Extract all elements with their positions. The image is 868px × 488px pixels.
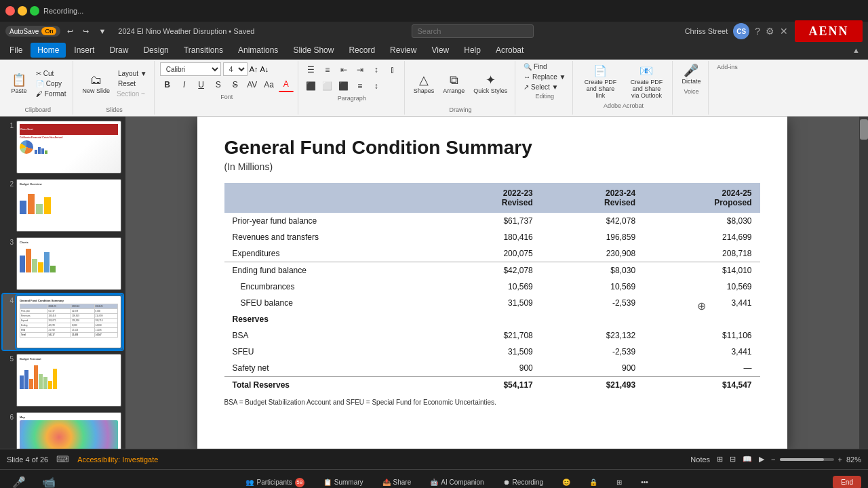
paste-btn[interactable]: 📋 Paste	[7, 72, 31, 96]
font-family-select[interactable]: Calibri	[160, 62, 221, 76]
view-slide-sorter-btn[interactable]: ⊟	[730, 455, 736, 464]
autosave-toggle[interactable]: AutoSave On	[5, 26, 60, 37]
arrange-btn[interactable]: ⧉ Arrange	[439, 72, 468, 96]
create-pdf-link-btn[interactable]: 📄 Create PDF and Share link	[578, 62, 622, 101]
autosave-state[interactable]: On	[41, 27, 56, 35]
row-col3: —	[644, 360, 760, 377]
bold-btn[interactable]: B	[160, 77, 175, 92]
menu-view[interactable]: View	[425, 43, 456, 58]
view-options-btn[interactable]: ⊞	[611, 476, 627, 488]
participants-btn[interactable]: 👥 Participants 58	[240, 476, 309, 489]
search-input[interactable]	[412, 24, 534, 38]
collapse-ribbon[interactable]: ▲	[852, 46, 865, 54]
redo-btn[interactable]: ↪	[80, 26, 92, 37]
zoom-slider[interactable]	[780, 458, 834, 461]
slide-thumb-6[interactable]: 6 Map	[3, 411, 123, 449]
shadow-btn[interactable]: S	[211, 77, 226, 92]
minimize-btn[interactable]	[18, 6, 27, 16]
menu-design[interactable]: Design	[136, 43, 175, 58]
menu-transitions[interactable]: Transitions	[177, 43, 230, 58]
accessibility-status[interactable]: Accessibility: Investigate	[77, 455, 158, 464]
increase-font-btn[interactable]: A↑	[250, 65, 258, 73]
row-col2: 10,569	[541, 279, 644, 295]
menu-record[interactable]: Record	[342, 43, 382, 58]
zoom-bar: − + 82%	[771, 455, 861, 464]
slide-thumb-3[interactable]: 3 Charts	[3, 236, 123, 291]
recording-btn[interactable]: ⏺ Recording	[498, 476, 549, 488]
increase-indent-btn[interactable]: ⇥	[353, 62, 368, 77]
format-painter-btn[interactable]: 🖌 Format	[33, 89, 68, 98]
notes-btn[interactable]: Notes	[690, 455, 710, 464]
share-btn[interactable]: 📤 Share	[377, 476, 417, 488]
font-color-btn[interactable]: A	[279, 77, 294, 92]
settings-icon[interactable]: ⚙	[766, 26, 774, 37]
slideshow-btn[interactable]: ▶	[759, 455, 764, 464]
decrease-indent-btn[interactable]: ⇤	[336, 62, 351, 77]
menu-animations[interactable]: Animations	[231, 43, 285, 58]
find-btn[interactable]: 🔍 Find	[521, 62, 568, 71]
section-btn[interactable]: Section ~	[115, 89, 150, 98]
data-table: 2022-23Revised 2023-24Revised 2024-25Pro…	[224, 183, 760, 393]
replace-btn[interactable]: ↔ Replace ▼	[521, 73, 568, 81]
line-spacing-btn[interactable]: ↕	[369, 79, 384, 94]
quick-styles-btn[interactable]: ✦ Quick Styles	[470, 72, 511, 96]
layout-btn[interactable]: Layout ▼	[115, 69, 150, 78]
reactions-btn[interactable]: 😊	[557, 476, 576, 488]
menu-home[interactable]: Home	[31, 43, 66, 58]
reset-btn[interactable]: Reset	[115, 79, 150, 88]
undo-btn[interactable]: ↩	[64, 26, 76, 37]
align-center-btn[interactable]: ⬜	[320, 79, 335, 94]
menu-file[interactable]: File	[3, 43, 29, 58]
menu-slideshow[interactable]: Slide Show	[286, 43, 340, 58]
security-btn[interactable]: 🔒	[584, 476, 603, 488]
underline-btn[interactable]: U	[194, 77, 209, 92]
justify-btn[interactable]: ≡	[353, 79, 368, 94]
zoom-in-btn[interactable]: +	[838, 455, 842, 464]
change-case-btn[interactable]: Aa	[262, 77, 277, 92]
align-left-btn[interactable]: ⬛	[304, 79, 319, 94]
menu-help[interactable]: Help	[457, 43, 488, 58]
cut-btn[interactable]: ✂ Cut	[33, 69, 68, 78]
new-slide-btn[interactable]: 🗂 New Slide	[79, 72, 113, 96]
slide-thumb-2[interactable]: 2 Budget Overview	[3, 178, 123, 233]
view-normal-btn[interactable]: ⊞	[717, 455, 723, 464]
right-scrollbar[interactable]	[859, 117, 868, 449]
slide-thumb-5[interactable]: 5 Budget Forecast	[3, 352, 123, 408]
menu-review[interactable]: Review	[383, 43, 423, 58]
more-btn[interactable]: •••	[635, 476, 654, 488]
bullets-btn[interactable]: ☰	[304, 62, 319, 77]
italic-btn[interactable]: I	[177, 77, 192, 92]
select-btn[interactable]: ↗ Select ▼	[521, 83, 568, 92]
menu-insert[interactable]: Insert	[67, 43, 101, 58]
keyboard-icon: ⌨	[56, 454, 69, 464]
align-right-btn[interactable]: ⬛	[336, 79, 351, 94]
slide-thumb-4[interactable]: 4 General Fund Condition Summary 2022-23…	[3, 294, 123, 350]
summary-btn[interactable]: 📋 Summary	[318, 476, 369, 488]
zoom-out-btn[interactable]: −	[771, 455, 775, 464]
char-spacing-btn[interactable]: AV	[245, 77, 260, 92]
create-pdf-outlook-btn[interactable]: 📧 Create PDF and Share via Outlook	[625, 62, 668, 101]
text-direction-btn[interactable]: ↕	[369, 62, 384, 77]
numbering-btn[interactable]: ≡	[320, 62, 335, 77]
shapes-btn[interactable]: △ Shapes	[410, 72, 438, 96]
ai-companion-btn[interactable]: 🤖 AI Companion	[425, 476, 489, 488]
customize-btn[interactable]: ▼	[96, 26, 108, 37]
end-btn[interactable]: End	[833, 476, 861, 488]
columns-btn[interactable]: ⫿	[385, 62, 400, 77]
view-reading-btn[interactable]: 📖	[743, 455, 752, 464]
close-icon[interactable]: ✕	[780, 26, 788, 37]
copy-btn[interactable]: 📄 Copy	[33, 79, 68, 88]
font-size-select[interactable]: 44	[223, 62, 248, 76]
help-icon[interactable]: ?	[755, 26, 760, 37]
zoom-level[interactable]: 82%	[846, 455, 861, 464]
close-btn[interactable]	[5, 6, 15, 16]
maximize-btn[interactable]	[30, 6, 39, 16]
menu-acrobat[interactable]: Acrobat	[489, 43, 530, 58]
camera-btn[interactable]: 📹	[37, 474, 61, 488]
dictate-btn[interactable]: 🎤 Dictate	[678, 62, 704, 87]
slide-thumb-1[interactable]: 1 Chriss Street California Financial Cri…	[3, 119, 123, 175]
decrease-font-btn[interactable]: A↓	[260, 65, 269, 73]
menu-draw[interactable]: Draw	[102, 43, 135, 58]
strikethrough-btn[interactable]: S	[228, 77, 243, 92]
mic-btn[interactable]: 🎤	[7, 474, 31, 488]
